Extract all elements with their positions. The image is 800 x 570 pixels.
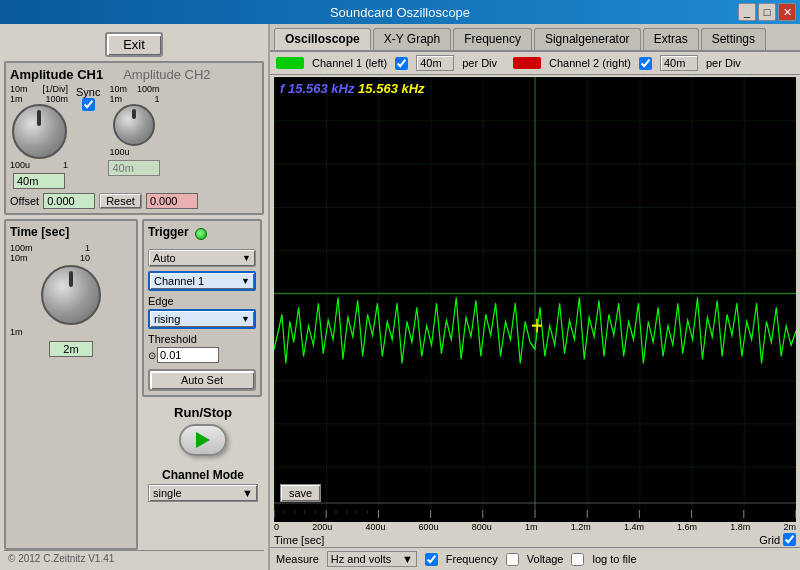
edge-value-label: rising [154,313,180,325]
tab-bar: Oscilloscope X-Y Graph Frequency Signalg… [270,24,800,52]
run-stop-label: Run/Stop [174,405,232,420]
offset-ch2-input[interactable] [146,193,198,209]
scope-display: f 15.563 kHz 15.563 kHz save [274,77,796,510]
amplitude-ch1-knob-container: 10m [1/Div] 1m 100m 100u 1 [10,84,68,189]
ch1-knob-1m: 1m [10,94,23,104]
amplitude-section: Amplitude CH1 Amplitude CH2 10m [1/Div] … [4,61,264,215]
axis-label-1.2m: 1.2m [571,522,591,532]
time-section: Time [sec] 100m 1 10m 10 1m [4,219,138,550]
amplitude-ch1-label: Amplitude CH1 [10,67,103,82]
ch1-knob-1: 1 [63,160,68,170]
sync-label: Sync [76,86,100,98]
edge-dropdown[interactable]: rising ▼ [148,309,256,329]
ch1-knob-top-left: 10m [10,84,28,94]
channel-mode-label: Channel Mode [162,468,244,482]
time-tick-svg [274,510,796,522]
tab-signalgenerator[interactable]: Signalgenerator [534,28,641,50]
edge-arrow: ▼ [241,314,250,324]
freq-display: f 15.563 kHz 15.563 kHz [280,81,425,96]
sync-checkbox[interactable] [82,98,95,111]
measure-bar: Measure Hz and volts ▼ Frequency Voltage… [270,547,800,570]
grid-checkbox[interactable] [783,533,796,546]
ch2-knob-100u: 100u [109,147,129,157]
amplitude-ch2-input[interactable] [108,160,160,176]
tab-extras[interactable]: Extras [643,28,699,50]
time-1: 1 [85,243,90,253]
ch2-per-div-label: per Div [706,57,741,69]
trigger-channel-dropdown[interactable]: Channel 1 ▼ [148,271,256,291]
time-100m: 100m [10,243,33,253]
ch2-knob-top-left: 10m [109,84,127,94]
reset-button[interactable]: Reset [99,193,142,209]
run-stop-section: Run/Stop [142,401,264,460]
threshold-input[interactable] [157,347,219,363]
voltage-checkbox[interactable] [506,553,519,566]
window-title: Soundcard Oszilloscope [330,5,470,20]
amplitude-ch1-knob[interactable] [12,104,67,159]
axis-label-1.8m: 1.8m [730,522,750,532]
amplitude-ch2-knob[interactable] [113,104,155,146]
axis-label-1.6m: 1.6m [677,522,697,532]
ch2-knob-top-right: 100m [137,84,160,94]
tab-oscilloscope[interactable]: Oscilloscope [274,28,371,50]
axis-label-1.4m: 1.4m [624,522,644,532]
scope-svg [274,77,796,510]
close-button[interactable]: ✕ [778,3,796,21]
axis-label-1m: 1m [525,522,538,532]
axis-label-800u: 800u [472,522,492,532]
trigger-mode-dropdown[interactable]: Auto ▼ [148,249,256,267]
ch2-knob-1m: 1m [109,94,122,104]
trigger-mode-label: Auto [153,252,176,264]
freq-unit1: kHz [331,81,354,96]
frequency-checkbox[interactable] [425,553,438,566]
ch2-checkbox[interactable] [639,57,652,70]
channel-bar: Channel 1 (left) per Div Channel 2 (righ… [270,52,800,75]
trigger-section: Trigger Auto ▼ Channel 1 ▼ Edge [142,219,262,397]
ch2-per-div-input[interactable] [660,55,698,71]
autoset-button[interactable]: Auto Set [148,369,256,391]
log-checkbox[interactable] [571,553,584,566]
exit-button[interactable]: Exit [105,32,163,57]
offset-ch1-input[interactable] [43,193,95,209]
amplitude-ch2-label: Amplitude CH2 [123,67,210,82]
trigger-mode-arrow: ▼ [242,253,251,263]
trigger-channel-label: Channel 1 [154,275,204,287]
minimize-button[interactable]: _ [738,3,756,21]
time-1m: 1m [10,327,23,337]
ch1-per-div-input[interactable] [416,55,454,71]
ch1-per-div-label: per Div [462,57,497,69]
voltage-label: Voltage [527,553,564,565]
tab-xy-graph[interactable]: X-Y Graph [373,28,451,50]
measure-dropdown-arrow: ▼ [402,553,413,565]
tab-frequency[interactable]: Frequency [453,28,532,50]
axis-label-2m: 2m [783,522,796,532]
time-input[interactable] [49,341,93,357]
threshold-label: Threshold [148,333,256,345]
time-axis-title: Time [sec] [274,534,324,546]
ch1-label: Channel 1 (left) [312,57,387,69]
channel-mode-section: Channel Mode single ▼ [142,464,264,506]
amplitude-ch2-knob-container: 10m 100m 1m 1 100u [108,84,160,176]
sync-section: Sync [76,86,100,111]
ch2-label: Channel 2 (right) [549,57,631,69]
freq-value2: 15.563 kHz [358,81,425,96]
maximize-button[interactable]: □ [758,3,776,21]
edge-label: Edge [148,295,256,307]
channel-mode-arrow: ▼ [242,487,253,499]
measure-dropdown[interactable]: Hz and volts ▼ [327,551,417,567]
run-stop-button[interactable] [179,424,227,456]
axis-label-0: 0 [274,522,279,532]
time-knob[interactable] [41,265,101,325]
channel-mode-dropdown[interactable]: single ▼ [148,484,258,502]
channel-mode-value: single [153,487,182,499]
log-label: log to file [592,553,636,565]
tab-settings[interactable]: Settings [701,28,766,50]
freq-prefix: f [280,81,284,96]
amplitude-ch1-input[interactable] [13,173,65,189]
save-button[interactable]: save [280,484,321,502]
axis-label-600u: 600u [419,522,439,532]
ch1-knob-100u: 100u [10,160,30,170]
ch1-checkbox[interactable] [395,57,408,70]
ch1-knob-100m: 100m [45,94,68,104]
freq-value1: 15.563 [288,81,328,96]
